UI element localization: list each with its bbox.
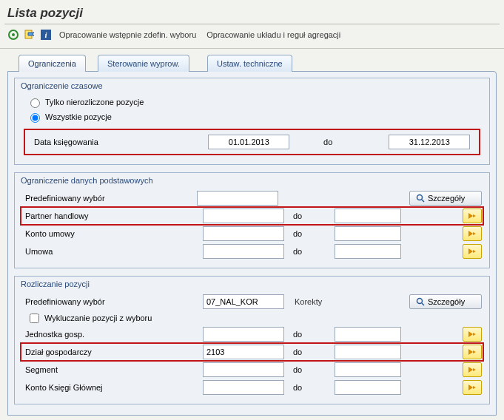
radio-open-items-label: Tylko nierozliczone pozycje bbox=[45, 98, 144, 106]
tab-tech-settings[interactable]: Ustaw. techniczne bbox=[207, 55, 292, 72]
business-area-label: Dział gospodarczy bbox=[21, 348, 203, 356]
posting-date-label: Data księgowania bbox=[30, 138, 208, 146]
posting-date-to-label: do bbox=[294, 138, 389, 146]
svg-point-5 bbox=[417, 195, 423, 200]
partner-label: Partner handlowy bbox=[21, 211, 203, 220]
tab-panel-restrictions: Ograniczenie czasowe Tylko nierozliczone… bbox=[7, 71, 497, 416]
business-area-to-input[interactable] bbox=[335, 345, 401, 359]
group-clearing: Rozliczanie pozycji Predefiniowany wybór… bbox=[14, 276, 490, 404]
radio-open-items[interactable]: Tylko nierozliczone pozycje bbox=[21, 95, 483, 109]
tab-restrictions[interactable]: Ograniczenia bbox=[19, 55, 86, 72]
group-master-title: Ograniczenie danych podstawowych bbox=[15, 173, 489, 188]
gl-account-label: Konto Księgi Głównej bbox=[21, 383, 203, 392]
predef-selection-link[interactable]: Opracowanie wstępnie zdefin. wyboru bbox=[56, 30, 199, 39]
exclude-items-input[interactable] bbox=[30, 314, 39, 323]
clearing-details-label: Szczegóły bbox=[428, 297, 465, 306]
partner-row-highlight: Partner handlowy do bbox=[21, 207, 483, 225]
group-master-data: Ograniczenie danych podstawowych Predefi… bbox=[14, 172, 490, 268]
segment-to-label: do bbox=[290, 365, 335, 374]
business-area-row-highlight: Dział gospodarczy do bbox=[21, 343, 483, 361]
master-predef-label: Predefiniowany wybór bbox=[21, 194, 197, 203]
contract-account-label: Konto umowy bbox=[21, 229, 203, 238]
exclude-items-checkbox[interactable]: Wykluczanie pozycji z wyboru bbox=[21, 311, 483, 325]
segment-multi-select-button[interactable] bbox=[463, 362, 482, 377]
svg-line-8 bbox=[422, 303, 424, 305]
partner-to-label: do bbox=[290, 211, 335, 220]
contract-to-input[interactable] bbox=[335, 244, 401, 259]
info-icon[interactable]: i bbox=[40, 29, 52, 41]
segment-from-input[interactable] bbox=[203, 362, 284, 377]
master-details-button[interactable]: Szczegóły bbox=[409, 191, 482, 206]
radio-all-items[interactable]: Wszystkie pozycje bbox=[21, 109, 483, 124]
segment-to-input[interactable] bbox=[335, 362, 401, 377]
clearing-predef-input[interactable] bbox=[203, 294, 284, 309]
gl-account-multi-select-button[interactable] bbox=[463, 380, 482, 395]
partner-to-input[interactable] bbox=[335, 209, 401, 223]
company-code-to-input[interactable] bbox=[335, 327, 401, 342]
svg-point-1 bbox=[12, 33, 15, 36]
clearing-details-button[interactable]: Szczegóły bbox=[409, 294, 482, 309]
partner-multi-select-button[interactable] bbox=[463, 209, 482, 223]
execute-icon[interactable] bbox=[7, 29, 19, 41]
contract-account-from-input[interactable] bbox=[203, 226, 284, 241]
title-separator bbox=[4, 24, 500, 24]
group-clearing-title: Rozliczanie pozycji bbox=[15, 277, 489, 291]
company-code-label: Jednostka gosp. bbox=[21, 330, 203, 339]
exclude-items-label: Wykluczanie pozycji z wyboru bbox=[44, 314, 152, 322]
business-area-from-input[interactable] bbox=[203, 345, 284, 359]
gl-account-from-input[interactable] bbox=[203, 380, 284, 395]
toolbar-separator bbox=[0, 48, 504, 49]
layout-rules-link[interactable]: Opracowanie układu i reguł agregacji bbox=[204, 30, 343, 39]
clearing-predef-text: Korekty bbox=[290, 297, 322, 306]
posting-date-highlight: Data księgowania do bbox=[24, 129, 480, 155]
business-area-to-label: do bbox=[290, 348, 335, 356]
get-variant-icon[interactable] bbox=[24, 29, 36, 41]
group-time-title: Ograniczenie czasowe bbox=[15, 78, 489, 93]
contract-account-to-input[interactable] bbox=[335, 226, 401, 241]
posting-date-from-input[interactable] bbox=[208, 135, 289, 149]
tab-output-control[interactable]: Sterowanie wyprow. bbox=[98, 55, 189, 72]
contract-from-input[interactable] bbox=[203, 244, 284, 259]
magnifier-icon bbox=[416, 297, 425, 306]
master-predef-input[interactable] bbox=[197, 191, 278, 206]
posting-date-to-input[interactable] bbox=[389, 135, 470, 149]
contract-to-label: do bbox=[290, 247, 335, 256]
radio-all-items-input[interactable] bbox=[30, 113, 40, 123]
gl-account-to-label: do bbox=[290, 383, 335, 392]
contract-multi-select-button[interactable] bbox=[463, 244, 482, 259]
partner-from-input[interactable] bbox=[203, 209, 284, 223]
gl-account-to-input[interactable] bbox=[335, 380, 401, 395]
magnifier-icon bbox=[416, 194, 425, 203]
clearing-predef-label: Predefiniowany wybór bbox=[21, 297, 203, 306]
tab-strip: Ograniczenia Sterowanie wyprow. Ustaw. t… bbox=[7, 55, 497, 71]
radio-all-items-label: Wszystkie pozycje bbox=[45, 112, 112, 121]
company-code-to-label: do bbox=[290, 330, 335, 339]
group-time-restriction: Ograniczenie czasowe Tylko nierozliczone… bbox=[14, 78, 490, 165]
page-title: Lista pozycji bbox=[0, 0, 504, 24]
company-code-multi-select-button[interactable] bbox=[463, 327, 482, 342]
svg-line-6 bbox=[422, 200, 424, 202]
svg-point-7 bbox=[417, 299, 423, 304]
segment-label: Segment bbox=[21, 365, 203, 374]
company-code-from-input[interactable] bbox=[203, 327, 284, 342]
contract-account-multi-select-button[interactable] bbox=[463, 226, 482, 241]
radio-open-items-input[interactable] bbox=[30, 98, 40, 108]
contract-account-to-label: do bbox=[290, 229, 335, 238]
business-area-multi-select-button[interactable] bbox=[463, 345, 482, 359]
contract-label: Umowa bbox=[21, 247, 203, 256]
master-details-label: Szczegóły bbox=[428, 194, 465, 203]
app-toolbar: i Opracowanie wstępnie zdefin. wyboru Op… bbox=[0, 26, 504, 45]
